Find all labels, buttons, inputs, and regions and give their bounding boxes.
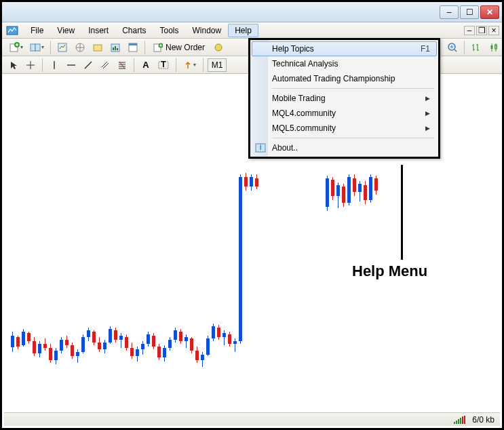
menu-file[interactable]: File <box>24 24 50 37</box>
crosshair-button[interactable] <box>23 58 38 73</box>
svg-rect-5 <box>58 43 66 52</box>
svg-rect-3 <box>31 44 35 51</box>
menu-item-label: Automated Trading Championship <box>272 74 395 83</box>
menubar: FileViewInsertChartsToolsWindowHelp – ❐ … <box>2 22 502 39</box>
app-icon <box>6 25 18 36</box>
arrows-button[interactable]: ▾ <box>180 58 199 73</box>
svg-point-16 <box>215 44 222 51</box>
menu-window[interactable]: Window <box>186 24 229 37</box>
mdi-restore-button[interactable]: ❐ <box>476 26 487 35</box>
svg-rect-4 <box>35 44 40 51</box>
menu-charts[interactable]: Charts <box>115 24 153 37</box>
cursor-button[interactable] <box>6 58 21 73</box>
timeframe-m1-button[interactable]: M1 <box>208 58 227 72</box>
expert-advisors-button[interactable] <box>211 40 226 55</box>
annotation-label: Help Menu <box>352 262 427 280</box>
mdi-close-button[interactable]: × <box>488 26 499 35</box>
svg-rect-13 <box>129 43 137 45</box>
mdi-minimize-button[interactable]: – <box>464 26 475 35</box>
menu-item-label: About.. <box>272 143 298 153</box>
mdi-controls: – ❐ × <box>464 26 502 35</box>
menu-view[interactable]: View <box>50 24 81 37</box>
help-menu-item-about[interactable]: iAbout.. <box>252 140 437 155</box>
svg-rect-11 <box>117 48 118 50</box>
minimize-icon: – <box>447 7 452 17</box>
about-icon: i <box>255 142 266 153</box>
menu-shortcut: F1 <box>421 44 430 54</box>
svg-rect-7 <box>94 45 102 51</box>
help-menu-item-technical-analysis[interactable]: Technical Analysis <box>252 56 437 71</box>
close-icon: ✕ <box>486 7 493 17</box>
help-menu-item-mql5-community[interactable]: MQL5.community▶ <box>252 121 437 136</box>
chevron-down-icon: ▾ <box>20 44 23 50</box>
equidistant-channel-button[interactable] <box>98 58 113 73</box>
menu-item-label: Technical Analysis <box>272 59 338 69</box>
chevron-down-icon: ▾ <box>193 62 196 68</box>
submenu-arrow-icon: ▶ <box>425 110 430 117</box>
text-button[interactable]: A <box>138 58 153 73</box>
svg-text:i: i <box>260 142 262 152</box>
submenu-arrow-icon: ▶ <box>425 95 430 102</box>
svg-text:T: T <box>161 60 166 69</box>
menu-separator <box>272 88 434 89</box>
menu-item-label: Help Topics <box>272 44 314 54</box>
annotation-pointer-line <box>401 165 403 260</box>
window-minimize-button[interactable]: – <box>440 5 459 19</box>
menu-tools[interactable]: Tools <box>153 24 186 37</box>
help-menu-item-help-topics[interactable]: Help TopicsF1 <box>252 41 437 56</box>
data-window-button[interactable] <box>125 40 141 55</box>
candle-chart-button[interactable] <box>486 40 502 55</box>
menu-help[interactable]: Help <box>228 24 258 37</box>
help-menu-item-mql4-community[interactable]: MQL4.community▶ <box>252 106 437 121</box>
svg-rect-9 <box>113 47 114 50</box>
help-menu-dropdown: Help TopicsF1Technical AnalysisAutomated… <box>248 38 440 159</box>
svg-rect-18 <box>491 45 493 49</box>
menu-item-label: MQL5.community <box>272 123 336 133</box>
statusbar: 6/0 kb <box>4 412 500 426</box>
fibonacci-button[interactable] <box>115 58 130 73</box>
submenu-arrow-icon: ▶ <box>425 125 430 132</box>
help-menu-item-mobile-trading[interactable]: Mobile Trading▶ <box>252 91 437 106</box>
window-titlebar: – ☐ ✕ <box>2 2 502 22</box>
horizontal-line-button[interactable] <box>64 58 79 73</box>
navigator-button[interactable] <box>72 40 88 55</box>
new-order-button[interactable]: New Order <box>149 40 210 55</box>
window-maximize-button[interactable]: ☐ <box>460 5 479 19</box>
terminal-button[interactable] <box>90 40 106 55</box>
menu-item-label: Mobile Trading <box>272 94 326 103</box>
bar-chart-button[interactable] <box>468 40 484 55</box>
profiles-button[interactable]: ▾ <box>27 40 47 55</box>
chevron-down-icon: ▾ <box>41 44 44 50</box>
help-menu-item-automated-trading-championship[interactable]: Automated Trading Championship <box>252 71 437 86</box>
market-watch-button[interactable] <box>54 40 71 55</box>
new-order-label: New Order <box>166 43 205 52</box>
vertical-line-button[interactable] <box>47 58 62 73</box>
text-label-button[interactable]: T <box>155 58 172 73</box>
new-chart-button[interactable]: ▾ <box>6 40 26 55</box>
trendline-button[interactable] <box>81 58 96 73</box>
window-close-button[interactable]: ✕ <box>480 5 499 19</box>
zoom-in-button[interactable] <box>444 40 461 55</box>
svg-rect-10 <box>115 46 116 50</box>
menu-insert[interactable]: Insert <box>81 24 115 37</box>
connection-bars-icon <box>454 416 465 424</box>
maximize-icon: ☐ <box>466 7 473 17</box>
tester-button[interactable] <box>107 40 123 55</box>
connection-status-text: 6/0 kb <box>472 415 495 425</box>
menu-item-label: MQL4.community <box>272 109 336 118</box>
menu-separator <box>272 138 434 138</box>
